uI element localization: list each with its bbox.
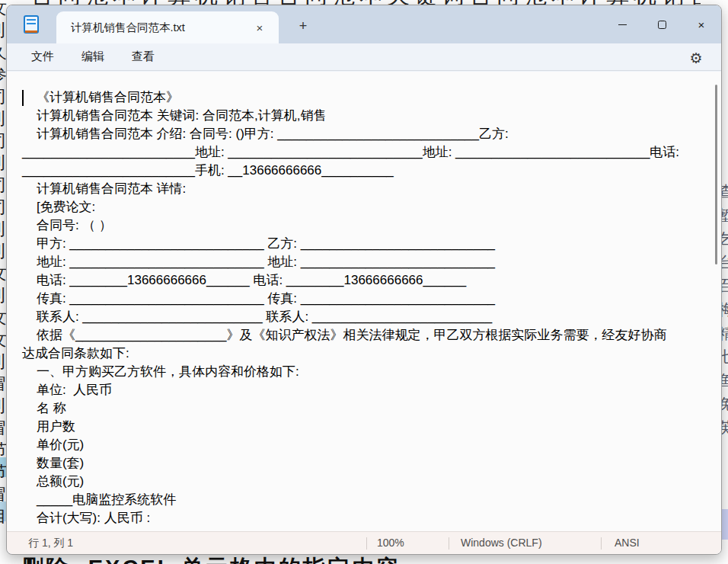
maximize-icon — [658, 21, 666, 29]
minimize-button[interactable] — [602, 5, 642, 43]
editor-line: 合同号: （ ） — [22, 216, 703, 235]
editor-line: 传真: ___________________________ 传真: ____… — [22, 290, 703, 308]
editor-line: 单位: 人民币 — [22, 381, 703, 399]
editor-line: 一、甲方购买乙方软件，具体内容和价格如下: — [22, 363, 703, 381]
editor-line: 用户数 — [22, 418, 703, 436]
menu-edit[interactable]: 编辑 — [74, 46, 112, 68]
titlebar[interactable]: 计算机销售合同范本.txt × + × — [7, 5, 721, 43]
encoding-status[interactable]: ANSI — [615, 537, 640, 549]
status-divider — [601, 537, 602, 550]
editor-line: 地址: ___________________________ 地址: ____… — [22, 253, 703, 271]
status-divider — [366, 537, 367, 550]
tab-title: 计算机销售合同范本.txt — [71, 21, 250, 35]
text-editor[interactable]: 《计算机销售合同范本》 计算机销售合同范本 关键词: 合同范本,计算机,销售 计… — [7, 72, 722, 533]
editor-line: 计算机销售合同范本 关键词: 合同范本,计算机,销售 — [22, 107, 703, 125]
editor-line: 总额(元) — [22, 473, 703, 491]
zoom-level-status[interactable]: 100% — [377, 537, 404, 549]
status-divider — [449, 537, 449, 550]
editor-line: 名 称 — [22, 399, 703, 418]
notepad-app-icon — [24, 15, 39, 34]
background-text-fragment-bottom: 删除: EXCEL 单元格中的指定内容 — [21, 553, 722, 564]
cursor-position-status: 行 1, 列 1 — [28, 537, 73, 550]
new-tab-button[interactable]: + — [292, 14, 315, 37]
vertical-scrollbar-thumb[interactable] — [715, 85, 718, 264]
maximize-button[interactable] — [642, 5, 682, 43]
menu-file[interactable]: 文件 — [24, 46, 62, 68]
notepad-window: 计算机销售合同范本.txt × + × 文件 编辑 查看 ⚙ 《计算机销售合同范… — [6, 5, 722, 555]
menu-bar: 文件 编辑 查看 ⚙ — [7, 43, 721, 71]
line-ending-status[interactable]: Windows (CRLF) — [461, 537, 542, 549]
editor-line: 单价(元) — [22, 436, 703, 454]
menu-view[interactable]: 查看 — [124, 46, 162, 68]
editor-line: 数量(套) — [22, 454, 703, 473]
status-bar: 行 1, 列 1 100% Windows (CRLF) ANSI — [7, 531, 722, 554]
editor-line: 电话: ________13666666666______ 电话: ______… — [22, 271, 703, 290]
settings-gear-icon[interactable]: ⚙ — [686, 48, 706, 68]
tab-close-icon[interactable]: × — [250, 18, 270, 37]
editor-line: ________________________地址: ____________… — [22, 143, 703, 162]
editor-line: 甲方: ___________________________ 乙方: ____… — [22, 235, 703, 253]
editor-line: 合计(大写): 人民币 : — [22, 509, 703, 527]
minimize-icon — [618, 24, 627, 25]
editor-line: 联系人: _________________________ 联系人: ____… — [22, 308, 703, 326]
document-tab[interactable]: 计算机销售合同范本.txt × — [56, 11, 279, 43]
editor-line: 依据《_____________________》及《知识产权法》相关法律规定，… — [22, 326, 703, 344]
editor-line: 《计算机销售合同范本》 — [22, 88, 703, 107]
editor-line: ________________________手机: __1366666666… — [22, 162, 703, 180]
close-button[interactable]: × — [682, 5, 721, 43]
window-controls: × — [602, 5, 721, 43]
document-text: 《计算机销售合同范本》 计算机销售合同范本 关键词: 合同范本,计算机,销售 计… — [22, 88, 703, 527]
editor-line: 计算机销售合同范本 详情: — [22, 180, 703, 198]
editor-line: 达成合同条款如下: — [22, 344, 703, 363]
editor-line: 计算机销售合同范本 介绍: 合同号: ()甲方: _______________… — [22, 125, 703, 143]
editor-line: [免费论文: — [22, 198, 703, 216]
editor-line: _____电脑监控系统软件 — [22, 491, 703, 509]
